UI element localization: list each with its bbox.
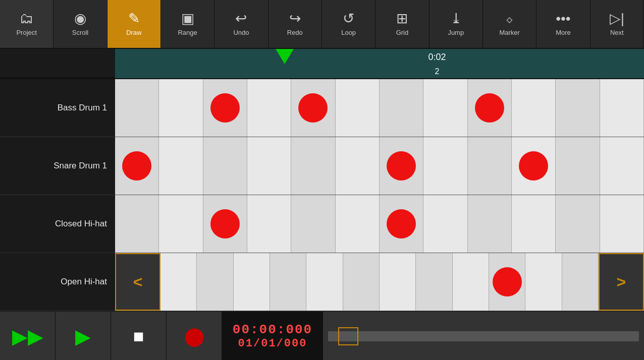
grid-cell-3-0[interactable]: [160, 253, 197, 311]
grid-cell-0-9[interactable]: [512, 79, 556, 137]
toolbar-next-button[interactable]: ▷|Next: [591, 0, 644, 48]
grid-cell-2-11[interactable]: [600, 195, 644, 253]
play-icon: ▶: [75, 325, 91, 348]
toolbar-redo-button[interactable]: ↪Redo: [269, 0, 322, 48]
loop-icon: ↺: [343, 12, 354, 26]
grid-cell-1-0[interactable]: [115, 137, 159, 195]
progress-bar[interactable]: [328, 331, 639, 341]
toolbar-draw-button[interactable]: ✎Draw: [108, 0, 161, 48]
grid-cell-0-1[interactable]: [159, 79, 203, 137]
grid-cell-2-2[interactable]: [203, 195, 247, 253]
play-from-start-button[interactable]: ▶: [0, 312, 56, 360]
grid-container[interactable]: <>: [115, 79, 644, 311]
toolbar: 🗂Project◉Scroll✎Draw▣Range↩Undo↪Redo↺Loo…: [0, 0, 644, 49]
toolbar-undo-button[interactable]: ↩Undo: [214, 0, 268, 48]
grid-cell-2-4[interactable]: [291, 195, 335, 253]
grid-label: Grid: [396, 29, 409, 36]
playhead: [276, 49, 294, 64]
grid-cell-1-8[interactable]: [468, 137, 512, 195]
draw-label: Draw: [126, 29, 141, 36]
grid-cell-0-10[interactable]: [556, 79, 600, 137]
grid-cell-1-9[interactable]: [512, 137, 556, 195]
grid-cell-0-5[interactable]: [336, 79, 380, 137]
next-arrow-icon: >: [617, 273, 626, 291]
grid-cell-2-0[interactable]: [115, 195, 159, 253]
grid-cell-3-3[interactable]: [270, 253, 306, 311]
grid-cell-3-11[interactable]: [562, 253, 599, 311]
toolbar-grid-button[interactable]: ⊞Grid: [375, 0, 429, 48]
stop-button[interactable]: ■: [111, 312, 167, 360]
marker-label: Marker: [499, 29, 519, 36]
time-counter-display: 00:00:000: [233, 322, 312, 337]
grid-cell-0-11[interactable]: [600, 79, 644, 137]
grid-cell-0-8[interactable]: [468, 79, 512, 137]
time-counter: 00:00:000 01/01/000: [222, 312, 323, 360]
project-label: Project: [16, 29, 36, 36]
grid-cell-2-5[interactable]: [336, 195, 380, 253]
grid-cell-3-7[interactable]: [416, 253, 452, 311]
toolbar-range-button[interactable]: ▣Range: [161, 0, 214, 48]
record-button[interactable]: ⬤: [167, 312, 222, 360]
grid-cell-2-8[interactable]: [468, 195, 512, 253]
beat-counter-display: 01/01/000: [238, 337, 307, 350]
grid-cell-2-1[interactable]: [159, 195, 203, 253]
grid-cell-1-5[interactable]: [336, 137, 380, 195]
grid-cell-2-10[interactable]: [556, 195, 600, 253]
grid-cell-3-8[interactable]: [453, 253, 489, 311]
progress-marker[interactable]: [338, 327, 358, 345]
grid-cell-1-7[interactable]: [423, 137, 467, 195]
grid-cell-3-6[interactable]: [380, 253, 416, 311]
toolbar-marker-button[interactable]: ⬦Marker: [483, 0, 536, 48]
grid-row-3: <>: [115, 253, 644, 311]
grid-row-0: [115, 79, 644, 137]
marker-icon: ⬦: [505, 12, 514, 26]
grid-icon: ⊞: [396, 12, 408, 26]
loop-label: Loop: [341, 29, 356, 36]
main-area: Bass Drum 1Snare Drum 1Closed Hi-hatOpen…: [0, 79, 644, 311]
grid-cell-1-2[interactable]: [203, 137, 247, 195]
progress-area[interactable]: [323, 312, 644, 360]
grid-cell-3-4[interactable]: [306, 253, 343, 311]
toolbar-scroll-button[interactable]: ◉Scroll: [53, 0, 107, 48]
grid-row-1: [115, 137, 644, 195]
grid-cell-3-5[interactable]: [343, 253, 380, 311]
range-icon: ▣: [181, 12, 194, 26]
grid-cell-1-3[interactable]: [247, 137, 291, 195]
grid-cell-1-1[interactable]: [159, 137, 203, 195]
grid-cell-1-6[interactable]: [380, 137, 423, 195]
track-label-bass-drum-1: Bass Drum 1: [0, 79, 115, 137]
draw-icon: ✎: [128, 12, 140, 26]
grid-cell-3-2[interactable]: [234, 253, 270, 311]
nav-prev-button[interactable]: <: [115, 253, 160, 311]
range-label: Range: [178, 29, 197, 36]
grid-cell-3-1[interactable]: [197, 253, 233, 311]
next-label: Next: [610, 29, 624, 36]
grid-cell-2-7[interactable]: [423, 195, 467, 253]
grid-cell-0-6[interactable]: [380, 79, 423, 137]
stop-icon: ■: [133, 326, 144, 347]
redo-icon: ↪: [289, 12, 301, 26]
grid-cell-1-11[interactable]: [600, 137, 644, 195]
play-button[interactable]: ▶: [56, 312, 111, 360]
track-label-closed-hihat: Closed Hi-hat: [0, 195, 115, 253]
grid-cell-1-4[interactable]: [291, 137, 335, 195]
toolbar-more-button[interactable]: •••More: [536, 0, 590, 48]
toolbar-jump-button[interactable]: ⤓Jump: [430, 0, 483, 48]
grid-cell-3-10[interactable]: [525, 253, 562, 311]
grid-cell-2-6[interactable]: [380, 195, 423, 253]
grid-cell-0-7[interactable]: [423, 79, 467, 137]
toolbar-project-button[interactable]: 🗂Project: [0, 0, 53, 48]
grid-cell-2-3[interactable]: [247, 195, 291, 253]
grid-cell-0-0[interactable]: [115, 79, 159, 137]
grid-cell-1-10[interactable]: [556, 137, 600, 195]
track-label-snare-drum-1: Snare Drum 1: [0, 137, 115, 195]
more-icon: •••: [556, 12, 570, 26]
grid-cell-2-9[interactable]: [512, 195, 556, 253]
toolbar-loop-button[interactable]: ↺Loop: [322, 0, 375, 48]
timeline-area: 0:02 2: [0, 49, 644, 79]
grid-cell-0-4[interactable]: [291, 79, 335, 137]
nav-next-button[interactable]: >: [599, 253, 644, 311]
grid-cell-3-9[interactable]: [489, 253, 525, 311]
grid-cell-0-2[interactable]: [203, 79, 247, 137]
grid-cell-0-3[interactable]: [247, 79, 291, 137]
